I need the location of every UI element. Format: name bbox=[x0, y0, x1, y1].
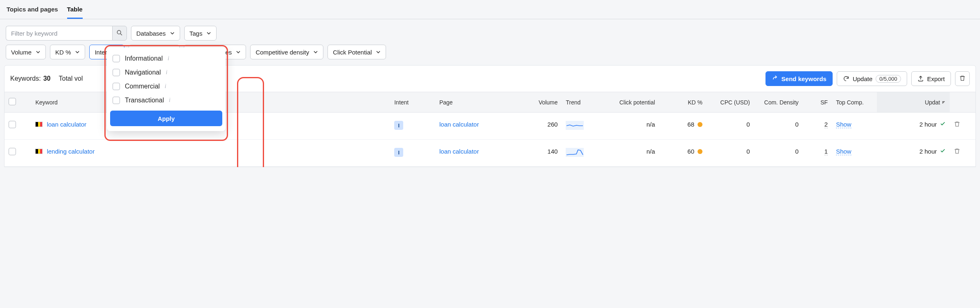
filter-click-potential[interactable]: Click Potential bbox=[327, 45, 386, 59]
intent-apply-button[interactable]: Apply bbox=[110, 111, 222, 126]
info-icon[interactable]: i bbox=[169, 97, 170, 104]
intent-option-label: Transactional bbox=[125, 97, 164, 104]
intent-option-label: Informational bbox=[125, 55, 163, 62]
intent-option-informational[interactable]: Informational i bbox=[110, 52, 222, 66]
send-keywords-button[interactable]: Send keywords bbox=[765, 71, 833, 86]
col-sf[interactable]: SF bbox=[803, 92, 832, 113]
delete-button[interactable] bbox=[955, 71, 970, 86]
search-icon bbox=[116, 29, 123, 37]
trend-sparkline bbox=[566, 124, 584, 131]
flag-belgium-icon bbox=[35, 149, 43, 154]
sf-value[interactable]: 1 bbox=[824, 148, 828, 155]
com-density-value: 0 bbox=[754, 113, 803, 140]
intent-option-navigational[interactable]: Navigational i bbox=[110, 66, 222, 79]
refresh-icon bbox=[843, 75, 849, 82]
total-volume-label: Total vol bbox=[59, 75, 83, 82]
col-trend[interactable]: Trend bbox=[562, 92, 604, 113]
filter-competitive-density[interactable]: Competitive density bbox=[250, 45, 323, 59]
com-density-value: 0 bbox=[754, 140, 803, 167]
page-link[interactable]: loan calculator bbox=[439, 121, 479, 128]
col-com-density[interactable]: Com. Density bbox=[754, 92, 803, 113]
col-updated-label: Updat bbox=[925, 99, 940, 106]
col-page[interactable]: Page bbox=[435, 92, 514, 113]
send-keywords-label: Send keywords bbox=[781, 75, 826, 82]
export-icon bbox=[917, 75, 924, 82]
intent-option-commercial[interactable]: Commercial i bbox=[110, 79, 222, 93]
col-cpc[interactable]: CPC (USD) bbox=[707, 92, 754, 113]
intent-option-label: Navigational bbox=[125, 69, 161, 76]
row-delete-button[interactable] bbox=[954, 149, 960, 156]
updated-value: 2 hour bbox=[919, 148, 937, 155]
select-all-checkbox[interactable] bbox=[9, 98, 16, 105]
keyword-link[interactable]: lending calculator bbox=[47, 148, 95, 155]
export-button[interactable]: Export bbox=[911, 71, 951, 86]
chevron-down-icon bbox=[206, 31, 211, 36]
page-link[interactable]: loan calculator bbox=[439, 148, 479, 155]
kd-difficulty-dot bbox=[698, 149, 702, 154]
info-icon[interactable]: i bbox=[165, 83, 166, 90]
keywords-count: 30 bbox=[43, 75, 51, 82]
cpc-value: 0 bbox=[707, 140, 754, 167]
chevron-down-icon bbox=[313, 50, 318, 54]
col-intent[interactable]: Intent bbox=[390, 92, 435, 113]
filter-volume[interactable]: Volume bbox=[6, 45, 46, 59]
svg-point-0 bbox=[117, 30, 121, 34]
filter-volume-label: Volume bbox=[11, 49, 32, 56]
col-top-comp[interactable]: Top Comp. bbox=[832, 92, 877, 113]
trash-icon bbox=[959, 75, 966, 83]
check-icon bbox=[940, 121, 946, 128]
top-comp-show-link[interactable]: Show bbox=[836, 121, 851, 128]
intent-badge[interactable]: I bbox=[394, 148, 403, 157]
col-volume[interactable]: Volume bbox=[514, 92, 562, 113]
tab-topics-pages[interactable]: Topics and pages bbox=[7, 4, 58, 19]
col-click-potential[interactable]: Click potential bbox=[604, 92, 659, 113]
update-button[interactable]: Update 0/5,000 bbox=[837, 71, 907, 86]
filter-tags[interactable]: Tags bbox=[184, 26, 217, 41]
update-label: Update bbox=[853, 75, 872, 82]
intent-badge[interactable]: I bbox=[394, 121, 403, 130]
checkbox[interactable] bbox=[113, 83, 120, 90]
volume-value: 260 bbox=[514, 113, 562, 140]
chevron-down-icon bbox=[36, 50, 41, 54]
chevron-down-icon bbox=[75, 50, 80, 54]
row-delete-button[interactable] bbox=[954, 122, 960, 129]
flag-belgium-icon bbox=[35, 122, 43, 127]
svg-line-1 bbox=[120, 34, 122, 35]
filter-databases[interactable]: Databases bbox=[131, 26, 180, 41]
checkbox[interactable] bbox=[113, 55, 120, 62]
row-checkbox[interactable] bbox=[9, 121, 16, 128]
checkbox[interactable] bbox=[113, 97, 120, 104]
sort-icon bbox=[942, 99, 946, 106]
checkbox[interactable] bbox=[113, 69, 120, 76]
col-kd[interactable]: KD % bbox=[659, 92, 707, 113]
kd-value: 68 bbox=[687, 121, 694, 128]
arrow-right-icon bbox=[772, 75, 778, 82]
svg-rect-3 bbox=[566, 148, 584, 157]
updated-value: 2 hour bbox=[919, 121, 937, 128]
click-potential-value: n/a bbox=[604, 140, 659, 167]
sf-value[interactable]: 2 bbox=[824, 121, 828, 128]
filter-density-label: Competitive density bbox=[255, 49, 309, 56]
chevron-down-icon bbox=[170, 31, 175, 36]
chevron-down-icon bbox=[236, 50, 241, 54]
intent-option-label: Commercial bbox=[125, 83, 160, 90]
filter-kd[interactable]: KD % bbox=[50, 45, 85, 59]
search-button[interactable] bbox=[112, 26, 127, 41]
filter-keyword-input[interactable] bbox=[6, 26, 112, 41]
filter-databases-label: Databases bbox=[136, 30, 166, 37]
keyword-link[interactable]: loan calculator bbox=[47, 121, 86, 128]
row-checkbox[interactable] bbox=[9, 148, 16, 155]
intent-option-transactional[interactable]: Transactional i bbox=[110, 93, 222, 107]
tab-table[interactable]: Table bbox=[67, 4, 83, 19]
info-icon[interactable]: i bbox=[168, 55, 169, 62]
cpc-value: 0 bbox=[707, 113, 754, 140]
update-counter: 0/5,000 bbox=[876, 75, 901, 83]
top-comp-show-link[interactable]: Show bbox=[836, 148, 851, 155]
info-icon[interactable]: i bbox=[166, 69, 167, 76]
export-label: Export bbox=[927, 75, 945, 82]
col-updated[interactable]: Updat bbox=[877, 92, 950, 113]
kd-difficulty-dot bbox=[698, 122, 702, 127]
kd-value: 60 bbox=[687, 148, 694, 155]
table-row: lending calculator I loan calculator 140… bbox=[5, 140, 975, 167]
filter-tags-label: Tags bbox=[190, 30, 203, 37]
